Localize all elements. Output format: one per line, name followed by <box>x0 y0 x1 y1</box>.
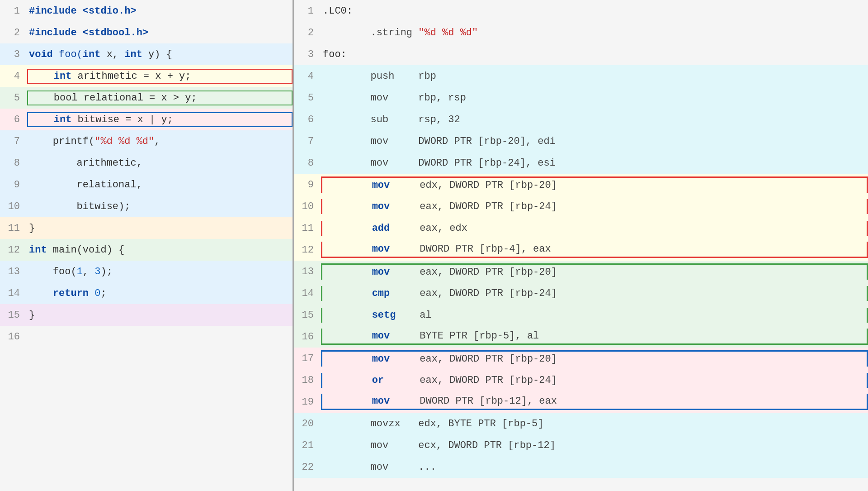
line-content: cmp eax, DWORD PTR [rbp-24] <box>321 286 868 301</box>
token <box>324 180 372 191</box>
token: arithmetic = x + y; <box>71 71 191 82</box>
right-code-area: 1.LC0:2 .string "%d %d %d"3foo:4 push rb… <box>294 0 868 478</box>
token: eax, DWORD PTR [rbp-24] <box>390 288 557 299</box>
token: setg <box>372 310 396 321</box>
code-line: 1.LC0: <box>294 0 868 22</box>
token: al <box>396 310 431 321</box>
code-line: 16 <box>0 326 292 348</box>
token <box>324 396 372 407</box>
line-content: .LC0: <box>321 4 868 19</box>
token <box>89 288 94 299</box>
line-number: 15 <box>294 310 321 321</box>
line-content: foo(1, 3); <box>27 264 292 279</box>
token <box>324 201 372 212</box>
code-line: 9 mov edx, DWORD PTR [rbp-20] <box>294 174 868 195</box>
line-number: 13 <box>0 266 27 277</box>
token: mov <box>372 201 390 212</box>
token: foo( <box>59 49 83 60</box>
token: or <box>372 375 384 386</box>
token: printf( <box>29 136 94 147</box>
token <box>324 288 372 299</box>
line-number: 7 <box>0 136 27 147</box>
token: DWORD PTR [rbp-12], eax <box>390 396 557 407</box>
code-line: 1#include <stdio.h> <box>0 0 292 22</box>
token: int <box>54 71 72 82</box>
token: mov DWORD PTR [rbp-20], edi <box>323 136 556 147</box>
token: .LC0: <box>323 5 353 17</box>
line-content: mov DWORD PTR [rbp-12], eax <box>321 394 868 410</box>
line-content: mov ecx, DWORD PTR [rbp-12] <box>321 438 868 453</box>
line-number: 8 <box>294 157 321 169</box>
token: void <box>29 49 59 60</box>
line-content: #include <stdbool.h> <box>27 25 292 40</box>
code-line: 2 .string "%d %d %d" <box>294 22 868 43</box>
code-line: 6 int bitwise = x | y; <box>0 109 292 130</box>
token: mov ecx, DWORD PTR [rbp-12] <box>323 440 556 451</box>
token: } <box>29 310 35 321</box>
line-number: 4 <box>294 71 321 82</box>
token: , <box>83 266 94 277</box>
line-number: 10 <box>0 201 27 212</box>
line-number: 7 <box>294 136 321 147</box>
left-code-area: 1#include <stdio.h>2#include <stdbool.h>… <box>0 0 292 348</box>
line-content: } <box>27 221 292 236</box>
line-number: 21 <box>294 440 321 451</box>
line-content: bool relational = x > y; <box>27 91 292 105</box>
main-container: 1#include <stdio.h>2#include <stdbool.h>… <box>0 0 868 491</box>
code-line: 10 mov eax, DWORD PTR [rbp-24] <box>294 195 868 217</box>
line-number: 5 <box>0 92 27 104</box>
token: DWORD PTR [rbp-4], eax <box>390 243 551 255</box>
token: y) { <box>142 49 172 60</box>
code-line: 3foo: <box>294 43 868 65</box>
line-content: mov DWORD PTR [rbp-24], esi <box>321 156 868 171</box>
token: sub rsp, 32 <box>323 114 460 125</box>
code-line: 13 mov eax, DWORD PTR [rbp-20] <box>294 261 868 282</box>
line-content: add eax, edx <box>321 221 868 236</box>
token <box>324 310 372 321</box>
code-line: 14 cmp eax, DWORD PTR [rbp-24] <box>294 282 868 304</box>
line-content: int arithmetic = x + y; <box>27 69 292 84</box>
code-line: 19 mov DWORD PTR [rbp-12], eax <box>294 391 868 413</box>
line-number: 8 <box>0 157 27 169</box>
token: bitwise); <box>29 201 130 212</box>
token: mov <box>372 243 390 255</box>
line-number: 11 <box>294 223 321 234</box>
line-content: #include <stdio.h> <box>27 4 292 19</box>
line-number: 9 <box>294 179 321 191</box>
line-content: mov rbp, rsp <box>321 91 868 105</box>
line-number: 12 <box>0 244 27 256</box>
line-content: foo: <box>321 47 868 62</box>
code-line: 15} <box>0 304 292 326</box>
token: mov <box>372 353 390 365</box>
line-content: return 0; <box>27 286 292 301</box>
token: ); <box>100 266 112 277</box>
line-content: int bitwise = x | y; <box>27 112 292 127</box>
line-content: mov edx, DWORD PTR [rbp-20] <box>321 176 868 193</box>
token: bool relational = x > y; <box>30 92 197 104</box>
line-content: mov eax, DWORD PTR [rbp-20] <box>321 263 868 280</box>
token <box>29 288 53 299</box>
token: x, <box>100 49 124 60</box>
token: ; <box>100 288 106 299</box>
token: int <box>54 114 72 125</box>
line-content: relational, <box>27 177 292 192</box>
token: #include <stdbool.h> <box>29 27 148 38</box>
token <box>324 375 372 386</box>
code-line: 13 foo(1, 3); <box>0 261 292 282</box>
token: BYTE PTR [rbp-5], al <box>390 330 539 342</box>
token <box>324 330 372 342</box>
token: mov <box>372 396 390 407</box>
token: "%d %d %d" <box>418 27 478 38</box>
line-content: } <box>27 308 292 323</box>
line-number: 3 <box>0 49 27 60</box>
line-number: 11 <box>0 223 27 234</box>
token: #include <stdio.h> <box>29 5 137 17</box>
line-content: mov DWORD PTR [rbp-20], edi <box>321 134 868 149</box>
line-number: 9 <box>0 179 27 191</box>
token: eax, DWORD PTR [rbp-24] <box>384 375 557 386</box>
line-content: mov DWORD PTR [rbp-4], eax <box>321 242 868 258</box>
code-line: 9 relational, <box>0 174 292 195</box>
code-line: 3void foo(int x, int y) { <box>0 43 292 65</box>
line-number: 5 <box>294 92 321 104</box>
line-content: int main(void) { <box>27 243 292 257</box>
